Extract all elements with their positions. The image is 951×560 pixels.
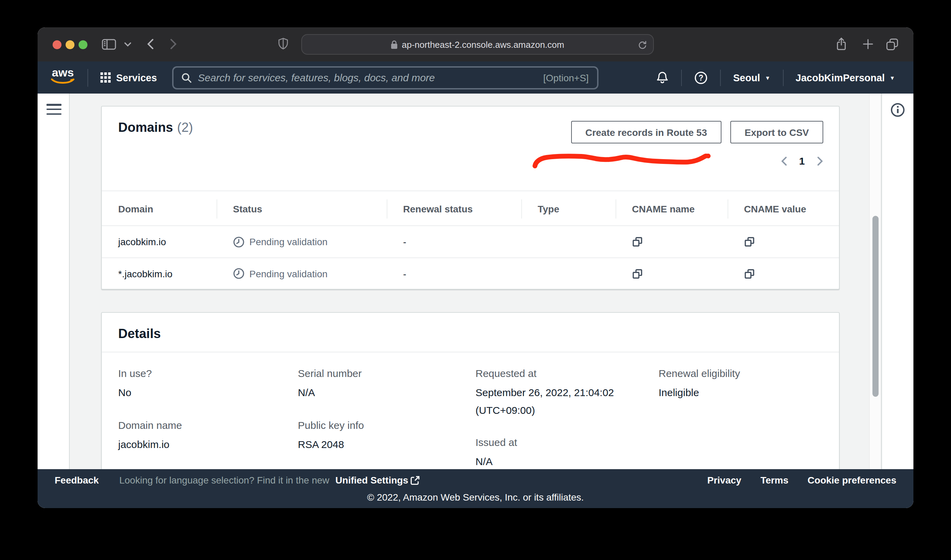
- field-value: No: [118, 384, 298, 401]
- vertical-scrollbar: [869, 94, 881, 469]
- column-header-status: Status: [217, 191, 387, 227]
- domains-card-header: Domains(2) Create records in Route 53 Ex…: [102, 106, 839, 191]
- reload-icon[interactable]: [637, 39, 647, 49]
- cookie-preferences-link[interactable]: Cookie preferences: [808, 475, 896, 486]
- share-icon[interactable]: [836, 37, 847, 51]
- copy-cname-name-button[interactable]: [632, 236, 643, 247]
- domains-count: (2): [177, 120, 193, 135]
- create-records-route53-button[interactable]: Create records in Route 53: [571, 121, 721, 143]
- terms-link[interactable]: Terms: [760, 475, 788, 486]
- unified-settings-link[interactable]: Unified Settings: [335, 475, 420, 486]
- feedback-link[interactable]: Feedback: [55, 475, 99, 486]
- hamburger-menu-icon[interactable]: [46, 104, 62, 118]
- details-card: Details In use? No Domain name jacobkim.…: [101, 312, 840, 469]
- region-label: Seoul: [733, 72, 760, 83]
- field-label: Public key info: [298, 419, 476, 431]
- field-label: Requested at: [476, 368, 659, 379]
- services-label: Services: [116, 72, 157, 83]
- detail-field: Serial number N/A: [298, 368, 476, 401]
- domains-card-title: Domains(2): [118, 120, 193, 135]
- minimize-window-button[interactable]: [66, 40, 74, 49]
- field-label: Issued at: [476, 436, 659, 448]
- field-label: Serial number: [298, 368, 476, 379]
- language-text: Looking for language selection? Find it …: [119, 475, 329, 486]
- info-icon[interactable]: [890, 102, 905, 117]
- sidebar-toggle-icon[interactable]: [102, 39, 116, 50]
- pagination: 1: [780, 155, 824, 167]
- scrollbar-thumb[interactable]: [873, 216, 879, 397]
- question-circle-icon: ?: [694, 71, 708, 85]
- field-value: RSA 2048: [298, 435, 476, 453]
- aws-nav-bar: aws Services Search for servi: [38, 62, 913, 94]
- detail-field: Issued at N/A: [476, 436, 659, 469]
- zoom-window-button[interactable]: [78, 40, 87, 49]
- nav-divider: [681, 69, 682, 86]
- domain-cell: *.jacobkim.io: [102, 268, 217, 279]
- copy-cname-value-button[interactable]: [744, 236, 755, 247]
- search-input[interactable]: Search for services, features, blogs, do…: [172, 66, 598, 89]
- current-page-number[interactable]: 1: [799, 155, 805, 167]
- grid-icon: [100, 72, 111, 83]
- domains-title-text: Domains: [118, 120, 173, 135]
- bell-icon: [656, 71, 669, 84]
- field-value: N/A: [298, 384, 476, 401]
- chevron-down-icon[interactable]: [124, 42, 131, 47]
- nav-divider: [783, 69, 783, 86]
- export-to-csv-button[interactable]: Export to CSV: [730, 121, 823, 143]
- red-scribble-annotation: [532, 154, 711, 169]
- search-placeholder: Search for services, features, blogs, do…: [198, 72, 543, 83]
- table-row: *.jacobkim.io Pending validation -: [102, 257, 839, 289]
- caret-down-icon: ▼: [765, 75, 770, 81]
- search-icon: [181, 72, 192, 83]
- help-button[interactable]: ?: [694, 71, 708, 85]
- copy-cname-name-button[interactable]: [632, 268, 643, 279]
- close-window-button[interactable]: [52, 40, 62, 49]
- column-header-renewal-status: Renewal status: [387, 191, 521, 227]
- column-header-cname-name: CNAME name: [616, 191, 728, 227]
- copy-cname-value-button[interactable]: [744, 268, 755, 279]
- side-nav-collapsed: [38, 94, 70, 469]
- back-button[interactable]: [147, 39, 154, 49]
- privacy-shield-icon[interactable]: [278, 38, 288, 51]
- tab-overview-icon[interactable]: [886, 38, 899, 51]
- detail-field: Requested at September 26, 2022, 21:04:0…: [476, 368, 659, 418]
- detail-field: In use? No: [118, 368, 298, 401]
- address-bar[interactable]: ap-northeast-2.console.aws.amazon.com: [301, 34, 654, 55]
- safari-window: ap-northeast-2.console.aws.amazon.com: [38, 27, 913, 508]
- aws-footer: Feedback Looking for language selection?…: [38, 469, 913, 508]
- renewal-status-cell: -: [387, 268, 521, 279]
- status-cell: Pending validation: [217, 268, 387, 279]
- nav-divider: [88, 69, 88, 86]
- domains-card: Domains(2) Create records in Route 53 Ex…: [101, 106, 840, 289]
- copyright-text: © 2022, Amazon Web Services, Inc. or its…: [38, 492, 913, 503]
- aws-logo[interactable]: aws: [49, 67, 77, 85]
- copy-icon: [744, 268, 755, 279]
- privacy-link[interactable]: Privacy: [707, 475, 741, 486]
- copy-icon: [632, 236, 643, 247]
- svg-text:?: ?: [699, 73, 703, 82]
- detail-field: Domain name jacobkim.io: [118, 419, 298, 453]
- table-row: jacobkim.io Pending validation -: [102, 226, 839, 257]
- status-text: Pending validation: [249, 236, 328, 247]
- help-panel-collapsed: [881, 94, 913, 469]
- services-menu-button[interactable]: Services: [100, 72, 157, 83]
- details-card-title: Details: [118, 326, 161, 341]
- column-header-type: Type: [521, 191, 616, 227]
- url-text: ap-northeast-2.console.aws.amazon.com: [402, 39, 564, 49]
- forward-button[interactable]: [170, 39, 177, 49]
- copy-icon: [744, 236, 755, 247]
- column-header-domain: Domain: [102, 191, 217, 227]
- field-value: N/A: [476, 453, 659, 469]
- previous-page-icon[interactable]: [780, 156, 787, 166]
- next-page-icon[interactable]: [816, 156, 824, 166]
- nav-divider: [720, 69, 721, 86]
- detail-field: Public key info RSA 2048: [298, 419, 476, 453]
- region-selector[interactable]: Seoul ▼: [733, 72, 770, 83]
- field-value: Ineligible: [659, 384, 840, 401]
- notifications-bell-button[interactable]: [656, 71, 669, 84]
- column-header-cname-value: CNAME value: [728, 191, 840, 227]
- aws-logo-text: aws: [52, 66, 74, 79]
- new-tab-icon[interactable]: [863, 39, 873, 49]
- unified-settings-label: Unified Settings: [335, 475, 408, 486]
- account-menu[interactable]: JacobKimPersonal ▼: [796, 72, 895, 83]
